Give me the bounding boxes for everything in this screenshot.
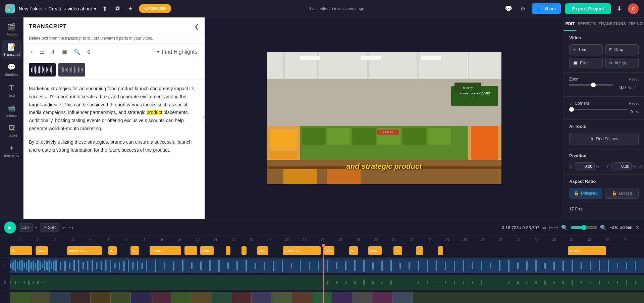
comments-button[interactable]: 💬 [503, 3, 514, 14]
clone-button[interactable]: ⧉ [113, 3, 122, 14]
chevron-down-icon[interactable]: ▾ [94, 6, 96, 11]
caption-clip[interactable] [241, 246, 247, 255]
transcript-close-button[interactable]: ❮ [194, 23, 199, 30]
zoom-reset-button[interactable]: Reset [629, 77, 639, 81]
tab-transitions[interactable]: TRANSITIONS [597, 17, 627, 31]
right-tabs: EDIT EFFECTS TRANSITIONS TIMING [564, 17, 644, 31]
tab-edit[interactable]: EDIT [564, 17, 576, 31]
export-button[interactable]: Export Project [565, 3, 611, 14]
ruler-mark: :15 [277, 238, 295, 242]
redo-button[interactable]: ↪ [69, 224, 73, 231]
caption-clip[interactable]: off... [324, 246, 334, 255]
magic-button[interactable]: ✦ [126, 3, 135, 14]
playhead[interactable] [323, 244, 324, 303]
audio-track-2-content[interactable] [10, 275, 644, 290]
sidebar-item-elements[interactable]: ✦ Elements [2, 141, 22, 160]
sidebar-item-transcript[interactable]: 📝 Transcript [2, 40, 22, 59]
caption-clip[interactable]: it... [108, 246, 117, 255]
find-highlights-button[interactable]: ✦ Find Highlights [154, 47, 199, 56]
sidebar-item-media[interactable]: 🎬 Media [2, 20, 22, 39]
svg-rect-18 [50, 67, 51, 72]
transcript-strikethrough-button[interactable]: S [85, 48, 92, 56]
sidebar-item-images[interactable]: 🖼 Images [2, 121, 22, 140]
caption-clip[interactable]: I [184, 246, 197, 255]
share-button[interactable]: 👥 Share [532, 3, 561, 14]
fit-screen-button[interactable]: Fit to Screen [609, 225, 632, 230]
y-input[interactable] [611, 162, 632, 170]
folder-name[interactable]: New Folder [19, 6, 43, 11]
play-button[interactable]: ▶ [4, 221, 16, 234]
ruler-mark: :2 [46, 238, 63, 242]
locked-button[interactable]: 🔒 Locked [605, 188, 639, 199]
ruler-mark: :11 [206, 238, 224, 242]
caption-clip[interactable]: a... [130, 246, 139, 255]
caption-clip[interactable]: upo... [36, 246, 48, 255]
undo-button[interactable]: ↩ [62, 224, 66, 231]
svg-rect-120 [236, 261, 238, 270]
transcript-list-button[interactable]: ☰ [38, 47, 46, 56]
timeline-close-button[interactable]: ✕ [635, 224, 640, 231]
caption-clip[interactable]: man... [368, 246, 382, 255]
position-row: X % Y % ◇ [569, 162, 639, 170]
tab-effects[interactable]: EFFECTS [576, 17, 597, 31]
upload-button[interactable]: ⬆ [100, 3, 109, 14]
x-input[interactable] [575, 162, 595, 170]
caption-clip[interactable]: man... [200, 246, 214, 255]
sidebar-item-subtitles[interactable]: 💬 Subtitles [2, 60, 22, 79]
filter-button[interactable]: 🔲 Filter [569, 58, 603, 68]
adjust-button[interactable]: ⚙ Adjust [605, 58, 639, 68]
project-name[interactable]: Create a video about [48, 6, 92, 11]
settings-button[interactable]: ⚙ [518, 3, 528, 14]
caption-clip[interactable]: sla... [257, 246, 268, 255]
audio-track-1-content[interactable] [10, 258, 644, 273]
caption-clip[interactable] [438, 246, 443, 255]
svg-rect-107 [132, 262, 134, 269]
video-thumb-content[interactable] [10, 292, 644, 303]
svg-rect-146 [472, 262, 473, 269]
caption-clip[interactable]: greatly imp... [67, 246, 102, 255]
ruler-mark: :24 [438, 238, 455, 242]
speed-chevron-icon[interactable]: ▾ [35, 225, 37, 230]
zoom-fit-button[interactable]: ⊢⊣ [549, 224, 558, 231]
svg-rect-198 [590, 282, 591, 283]
video-thumb-item [91, 292, 111, 303]
transcript-download-button[interactable]: ⬇ [49, 47, 57, 56]
transcript-box-button[interactable]: ▣ [60, 47, 69, 56]
caption-clip[interactable]: succe... [568, 246, 606, 255]
zoom-in-button[interactable]: 🔍 [600, 224, 607, 231]
upgrade-button[interactable]: UPGRADE [139, 4, 171, 13]
waveform-thumb-1 [29, 63, 56, 77]
caption-clip[interactable]: b... [393, 246, 402, 255]
zoom-slider[interactable] [569, 84, 613, 86]
crop-button[interactable]: ⊡ Crop [605, 44, 639, 55]
caption-clip[interactable]: tf... [10, 246, 32, 255]
timeline-zoom-slider[interactable] [571, 225, 597, 230]
zoom-pairs-button[interactable]: ⇔ [542, 224, 546, 231]
svg-rect-101 [105, 260, 107, 271]
split-button[interactable]: ✂ Split [40, 223, 60, 232]
speed-button[interactable]: 1.0x [19, 223, 33, 232]
transcript-search-button[interactable]: 🔍 [72, 47, 83, 56]
transcript-back-button[interactable]: ‹ [29, 47, 35, 57]
ruler-mark: :9 [170, 238, 188, 242]
corners-slider[interactable] [569, 109, 628, 110]
caption-clip[interactable] [226, 246, 231, 255]
caption-clip[interactable]: hosting t... [283, 246, 321, 255]
video-thumb-item [131, 292, 151, 303]
caption-clip[interactable]: h... [349, 246, 358, 255]
caption-clip[interactable]: l... [416, 246, 424, 255]
find-scenes-button[interactable]: ⊞ Find Scenes [569, 133, 639, 145]
download-button[interactable]: ⬇ [615, 3, 624, 14]
trim-button[interactable]: ✂ Trim [569, 44, 603, 55]
zoom-out-button[interactable]: 🔍 [561, 224, 568, 231]
x-label: X [569, 164, 572, 169]
svg-rect-55 [302, 128, 325, 145]
tab-timing[interactable]: TIMING [627, 17, 644, 31]
unlocked-button[interactable]: 🔓 Unlocked [569, 188, 602, 199]
drag-handle-icon[interactable]: ⋮ [201, 114, 207, 122]
corners-reset-button[interactable]: Reset [629, 101, 639, 105]
caption-clip[interactable]: the tar... [150, 246, 181, 255]
sidebar-item-videos[interactable]: 📹 Videos [2, 101, 22, 120]
transcript-content[interactable]: Marketing strategies for an upcoming foo… [23, 80, 205, 219]
sidebar-item-text[interactable]: T Text [2, 81, 22, 100]
